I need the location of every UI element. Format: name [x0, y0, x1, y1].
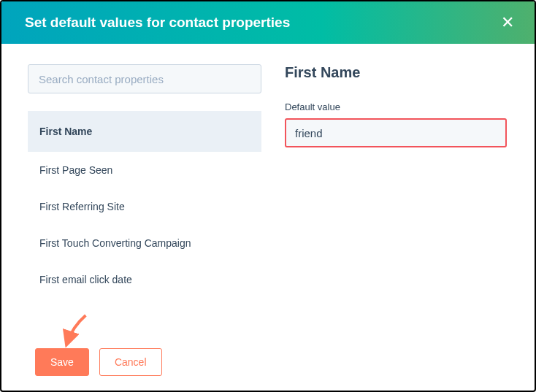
property-list: First Name First Page Seen First Referri… — [28, 111, 261, 298]
modal-footer: Save Cancel — [35, 348, 162, 376]
close-icon: ✕ — [501, 13, 514, 31]
property-item-first-touch-campaign[interactable]: First Touch Converting Campaign — [28, 225, 261, 261]
property-label: First email click date — [39, 274, 132, 285]
annotation-arrow-icon — [58, 311, 96, 349]
property-item-first-page-seen[interactable]: First Page Seen — [28, 152, 261, 188]
search-input[interactable] — [28, 64, 261, 93]
modal-title: Set default values for contact propertie… — [25, 15, 290, 31]
default-value-input[interactable] — [285, 118, 507, 147]
cancel-button-label: Cancel — [115, 356, 147, 368]
left-column: First Name First Page Seen First Referri… — [28, 64, 261, 298]
save-button-label: Save — [50, 356, 74, 368]
property-item-first-referring-site[interactable]: First Referring Site — [28, 188, 261, 225]
save-button[interactable]: Save — [35, 348, 89, 376]
property-item-first-email-click-date[interactable]: First email click date — [28, 261, 261, 298]
property-item-first-name[interactable]: First Name — [28, 111, 261, 152]
property-label: First Name — [39, 126, 92, 137]
property-label: First Touch Converting Campaign — [39, 237, 191, 249]
default-value-label: Default value — [285, 101, 507, 112]
detail-title: First Name — [285, 64, 507, 81]
property-label: First Referring Site — [39, 201, 125, 212]
property-label: First Page Seen — [39, 164, 112, 176]
cancel-button[interactable]: Cancel — [99, 348, 162, 376]
close-button[interactable]: ✕ — [501, 15, 514, 31]
modal-body: First Name First Page Seen First Referri… — [1, 44, 535, 298]
right-column: First Name Default value — [285, 64, 513, 298]
modal-header: Set default values for contact propertie… — [1, 1, 535, 44]
